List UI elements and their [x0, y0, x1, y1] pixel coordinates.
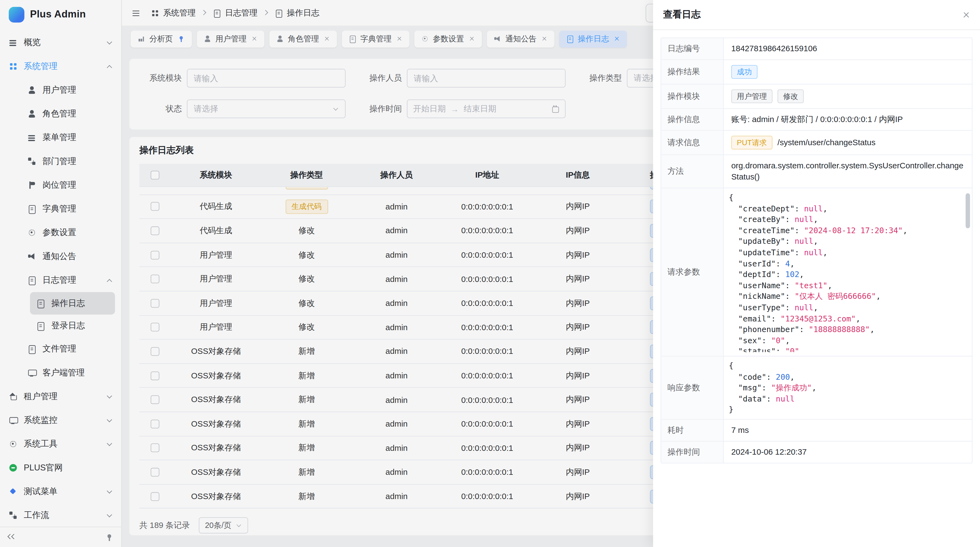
row-checkbox[interactable] — [151, 395, 159, 404]
breadcrumb-label: 系统管理 — [163, 7, 196, 18]
select-all-checkbox[interactable] — [151, 171, 159, 180]
row-checkbox[interactable] — [151, 323, 159, 332]
breadcrumb-item-oplog[interactable]: 操作日志 — [274, 7, 319, 18]
sidebar-menu-item[interactable]: 登录日志 — [30, 315, 115, 337]
sidebar-menu-item[interactable]: 客户端管理 — [0, 361, 121, 384]
sidebar-menu-item[interactable]: 通知公告 — [0, 245, 121, 268]
detail-label: 操作信息 — [661, 109, 724, 130]
cell-ip: 0:0:0:0:0:0:0:1 — [441, 371, 533, 380]
cell-ip-info: 内网IP — [533, 249, 622, 260]
menu-icon — [9, 511, 18, 520]
row-checkbox[interactable] — [151, 347, 159, 356]
menu-item-label: 租户管理 — [24, 391, 100, 402]
row-checkbox[interactable] — [151, 202, 159, 211]
log-detail-drawer: 查看日志 日志编号 1842781986426159106 操作结果 成功 操作… — [653, 0, 980, 547]
detail-label: 请求参数 — [661, 188, 724, 356]
select-placeholder: 请选择 — [194, 103, 218, 115]
collapse-sidebar-icon[interactable] — [8, 533, 17, 541]
tab-close-icon[interactable] — [251, 36, 257, 41]
row-checkbox[interactable] — [151, 444, 159, 453]
op-time-value: 2024-10-06 12:20:37 — [724, 442, 972, 463]
sidebar-menu-item[interactable]: 角色管理 — [0, 102, 121, 126]
tab[interactable]: 字典管理 — [342, 30, 409, 47]
cell-operator: admin — [352, 187, 441, 187]
sidebar-menu-item[interactable]: 系统工具 — [0, 432, 121, 456]
operator-filter-input[interactable] — [407, 69, 566, 88]
tab[interactable]: 操作日志 — [559, 30, 627, 47]
tab-label: 分析页 — [150, 33, 173, 44]
range-arrow-icon: → — [450, 104, 459, 113]
cell-operator: admin — [352, 371, 441, 380]
sidebar-menu-item[interactable]: 字典管理 — [0, 197, 121, 221]
menu-icon — [27, 368, 36, 377]
row-checkbox[interactable] — [151, 299, 159, 308]
tab[interactable]: 通知公告 — [487, 30, 554, 47]
row-checkbox[interactable] — [151, 226, 159, 235]
detail-label: 操作模块 — [661, 85, 724, 108]
sidebar-menu-item[interactable]: 岗位管理 — [0, 173, 121, 197]
sidebar-menu-item[interactable]: 租户管理 — [0, 384, 121, 408]
row-checkbox[interactable] — [151, 419, 159, 428]
page-size-select[interactable]: 20条/页 — [199, 517, 248, 534]
log-id-value: 1842781986426159106 — [724, 38, 972, 59]
cell-operator: admin — [352, 322, 441, 332]
tab-icon — [566, 35, 574, 43]
menu-item-label: 登录日志 — [51, 321, 109, 332]
sidebar-menu-item[interactable]: 操作日志 — [30, 292, 115, 315]
row-checkbox[interactable] — [151, 492, 159, 501]
tab-close-icon[interactable] — [324, 36, 330, 41]
sidebar-menu-item[interactable]: 测试菜单 — [0, 480, 121, 503]
sidebar-menu-item[interactable]: PLUS官网 — [0, 456, 121, 480]
sidebar-menu-item[interactable]: 系统监控 — [0, 408, 121, 432]
pin-sidebar-icon[interactable] — [105, 533, 114, 542]
tab[interactable]: 角色管理 — [269, 30, 336, 47]
tab-close-icon[interactable] — [396, 36, 402, 41]
tab-close-icon[interactable] — [468, 36, 474, 41]
sidebar-menu-item[interactable]: 系统管理 — [0, 54, 121, 78]
tab-close-icon[interactable] — [614, 36, 620, 41]
row-checkbox[interactable] — [151, 274, 159, 283]
app-window: Plus Admin 概览 系统管理 用户管理 角色管理 菜单管理 部门管理 岗… — [0, 0, 980, 547]
detail-label: 日志编号 — [661, 38, 724, 59]
doc-icon — [275, 9, 283, 17]
drawer-close-icon[interactable] — [962, 11, 970, 19]
cell-module: OSS对象存储 — [171, 418, 261, 429]
operation-type-badge: 修改 — [298, 297, 315, 309]
sidebar-menu-item[interactable]: 部门管理 — [0, 150, 121, 173]
cell-operator: admin — [352, 395, 441, 404]
row-checkbox[interactable] — [151, 371, 159, 380]
sidebar-menu-item[interactable]: 文件管理 — [0, 337, 121, 361]
row-checkbox[interactable] — [151, 250, 159, 259]
sidebar-menu-item[interactable]: 参数设置 — [0, 221, 121, 244]
total-records: 共 189 条记录 — [139, 520, 190, 531]
cell-ip-info: 内网IP — [533, 370, 622, 381]
status-filter-select[interactable]: 请选择 — [187, 99, 345, 118]
module-filter-input[interactable] — [187, 69, 345, 88]
time-range-picker[interactable]: 开始日期 → 结束日期 — [407, 99, 566, 118]
tab[interactable]: 用户管理 — [197, 30, 264, 47]
cell-module: 代码生成 — [171, 201, 261, 212]
scrollbar-thumb[interactable] — [966, 193, 970, 228]
cost-value: 7 ms — [724, 419, 972, 441]
menu-item-label: 系统管理 — [24, 61, 100, 72]
sidebar-menu-item[interactable]: 菜单管理 — [0, 126, 121, 149]
hamburger-menu-icon[interactable] — [132, 8, 140, 17]
cell-module: 用户管理 — [171, 249, 261, 260]
row-checkbox[interactable] — [151, 468, 159, 477]
menu-icon — [27, 204, 36, 213]
tab[interactable]: 参数设置 — [414, 30, 482, 47]
scrollbar-track — [966, 192, 970, 352]
cell-module: 用户管理 — [171, 297, 261, 309]
breadcrumb-item-log[interactable]: 日志管理 — [213, 7, 258, 18]
sidebar-menu-item[interactable]: 概览 — [0, 30, 121, 54]
tab-close-icon[interactable] — [541, 36, 547, 41]
detail-label: 操作时间 — [661, 442, 724, 463]
menu-icon — [36, 299, 45, 308]
sidebar-menu-item[interactable]: 工作流 — [0, 503, 121, 526]
tab[interactable]: 分析页 — [130, 30, 192, 47]
sidebar-menu-item[interactable]: 日志管理 — [0, 268, 121, 292]
sidebar-menu-item[interactable]: 用户管理 — [0, 78, 121, 102]
chevron-icon — [106, 441, 113, 447]
menu-item-label: 工作流 — [24, 510, 100, 521]
breadcrumb-item-system[interactable]: 系统管理 — [151, 7, 196, 18]
